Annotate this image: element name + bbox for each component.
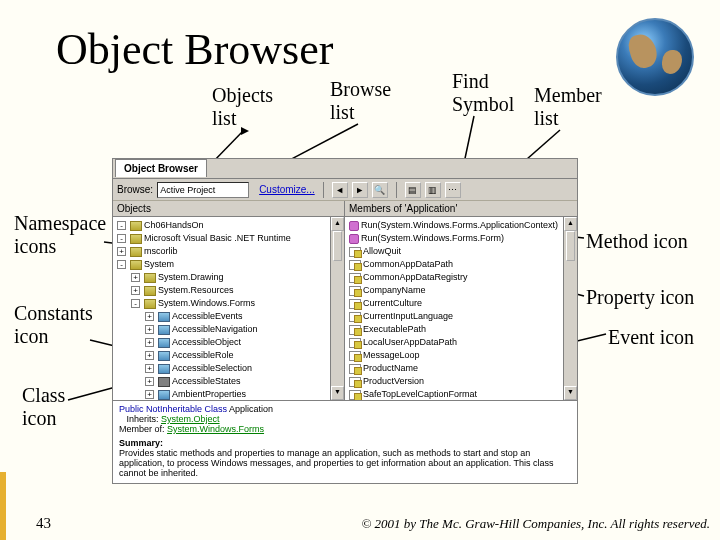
tree-node[interactable]: +AccessibleObject xyxy=(113,336,344,349)
member-row[interactable]: CommonAppDataPath xyxy=(345,258,577,271)
member-row[interactable]: SafeTopLevelCaptionFormat xyxy=(345,388,577,400)
cls-icon xyxy=(158,351,170,361)
browse-label: Browse: xyxy=(117,184,153,195)
node-label: System xyxy=(144,258,174,271)
tree-node[interactable]: -Ch06HandsOn xyxy=(113,219,344,232)
prop-icon xyxy=(349,377,361,387)
scrollbar[interactable]: ▲▼ xyxy=(330,217,344,400)
member-label: ExecutablePath xyxy=(363,323,426,336)
sort-button-2[interactable]: ▥ xyxy=(425,182,441,198)
tree-node[interactable]: +AccessibleStates xyxy=(113,375,344,388)
member-label: MessageLoop xyxy=(363,349,420,362)
member-row[interactable]: CompanyName xyxy=(345,284,577,297)
tab-row: Object Browser xyxy=(113,159,577,179)
expand-icon[interactable]: - xyxy=(117,234,126,243)
ann-browse-list: Browselist xyxy=(330,78,391,124)
browse-combo[interactable]: Active Project xyxy=(157,182,249,198)
member-label: CompanyName xyxy=(363,284,426,297)
prop-icon xyxy=(349,364,361,374)
inherits-link[interactable]: System.Object xyxy=(161,414,220,424)
member-of-link[interactable]: System.Windows.Forms xyxy=(167,424,264,434)
ns-icon xyxy=(130,234,142,244)
object-browser-window: Object Browser Browse: Active Project Cu… xyxy=(112,158,578,484)
expand-icon[interactable]: + xyxy=(145,364,154,373)
expand-icon[interactable]: + xyxy=(131,273,140,282)
scrollbar[interactable]: ▲▼ xyxy=(563,217,577,400)
objects-tree[interactable]: -Ch06HandsOn-Microsoft Visual Basic .NET… xyxy=(113,217,344,400)
nav-fwd-button[interactable]: ► xyxy=(352,182,368,198)
member-row[interactable]: CommonAppDataRegistry xyxy=(345,271,577,284)
members-header: Members of 'Application' xyxy=(345,201,577,217)
prop-icon xyxy=(349,299,361,309)
ann-constants-icon: Constantsicon xyxy=(14,302,93,348)
ann-event-icon: Event icon xyxy=(608,326,694,349)
expand-icon[interactable]: - xyxy=(117,221,126,230)
expand-icon[interactable]: - xyxy=(131,299,140,308)
slide-title: Object Browser xyxy=(56,24,333,75)
ann-member-list: Memberlist xyxy=(534,84,602,130)
node-label: AccessibleSelection xyxy=(172,362,252,375)
expand-icon[interactable]: + xyxy=(145,351,154,360)
member-row[interactable]: CurrentCulture xyxy=(345,297,577,310)
members-pane[interactable]: Members of 'Application' Run(System.Wind… xyxy=(345,201,577,400)
node-label: AccessibleEvents xyxy=(172,310,243,323)
member-label: CommonAppDataRegistry xyxy=(363,271,468,284)
member-row[interactable]: ProductVersion xyxy=(345,375,577,388)
ns-icon xyxy=(144,286,156,296)
tree-node[interactable]: +AccessibleRole xyxy=(113,349,344,362)
prop-icon xyxy=(349,338,361,348)
toolbar-sep xyxy=(396,182,397,198)
members-tree[interactable]: Run(System.Windows.Forms.ApplicationCont… xyxy=(345,217,577,400)
ns-icon xyxy=(130,247,142,257)
tab-object-browser[interactable]: Object Browser xyxy=(115,159,207,177)
expand-icon[interactable]: + xyxy=(145,312,154,321)
objects-header: Objects xyxy=(113,201,344,217)
find-symbol-button[interactable]: 🔍 xyxy=(372,182,388,198)
nav-back-button[interactable]: ◄ xyxy=(332,182,348,198)
cls-icon xyxy=(158,312,170,322)
expand-icon[interactable]: + xyxy=(117,247,126,256)
tree-node[interactable]: +AccessibleNavigation xyxy=(113,323,344,336)
member-label: Run(System.Windows.Forms.Form) xyxy=(361,232,504,245)
expand-icon[interactable]: + xyxy=(145,390,154,399)
expand-icon[interactable]: + xyxy=(145,377,154,386)
node-label: Microsoft Visual Basic .NET Runtime xyxy=(144,232,291,245)
member-row[interactable]: MessageLoop xyxy=(345,349,577,362)
member-row[interactable]: Run(System.Windows.Forms.Form) xyxy=(345,232,577,245)
member-row[interactable]: LocalUserAppDataPath xyxy=(345,336,577,349)
globe-graphic xyxy=(616,18,694,96)
tree-node[interactable]: +AmbientProperties xyxy=(113,388,344,400)
expand-icon[interactable]: + xyxy=(145,325,154,334)
member-row[interactable]: Run(System.Windows.Forms.ApplicationCont… xyxy=(345,219,577,232)
member-row[interactable]: ExecutablePath xyxy=(345,323,577,336)
tree-node[interactable]: -System.Windows.Forms xyxy=(113,297,344,310)
tree-node[interactable]: +System.Drawing xyxy=(113,271,344,284)
tree-node[interactable]: -Microsoft Visual Basic .NET Runtime xyxy=(113,232,344,245)
panes: Objects -Ch06HandsOn-Microsoft Visual Ba… xyxy=(113,201,577,401)
tree-node[interactable]: +AccessibleEvents xyxy=(113,310,344,323)
node-label: Ch06HandsOn xyxy=(144,219,204,232)
sort-button-3[interactable]: ⋯ xyxy=(445,182,461,198)
tree-node[interactable]: +mscorlib xyxy=(113,245,344,258)
member-row[interactable]: AllowQuit xyxy=(345,245,577,258)
node-label: AccessibleRole xyxy=(172,349,234,362)
node-label: AccessibleNavigation xyxy=(172,323,258,336)
node-label: AccessibleStates xyxy=(172,375,241,388)
expand-icon[interactable]: + xyxy=(145,338,154,347)
declaration: Public NotInheritable Class Application xyxy=(119,404,571,414)
tree-node[interactable]: -System xyxy=(113,258,344,271)
member-row[interactable]: CurrentInputLanguage xyxy=(345,310,577,323)
expand-icon[interactable]: - xyxy=(117,260,126,269)
ns-icon xyxy=(130,221,142,231)
member-row[interactable]: ProductName xyxy=(345,362,577,375)
customize-link[interactable]: Customize... xyxy=(259,184,315,195)
member-label: SafeTopLevelCaptionFormat xyxy=(363,388,477,400)
member-of-line: Member of: System.Windows.Forms xyxy=(119,424,571,434)
tree-node[interactable]: +AccessibleSelection xyxy=(113,362,344,375)
member-label: CurrentCulture xyxy=(363,297,422,310)
sort-button-1[interactable]: ▤ xyxy=(405,182,421,198)
tree-node[interactable]: +System.Resources xyxy=(113,284,344,297)
expand-icon[interactable]: + xyxy=(131,286,140,295)
objects-pane[interactable]: Objects -Ch06HandsOn-Microsoft Visual Ba… xyxy=(113,201,345,400)
prop-icon xyxy=(349,390,361,400)
